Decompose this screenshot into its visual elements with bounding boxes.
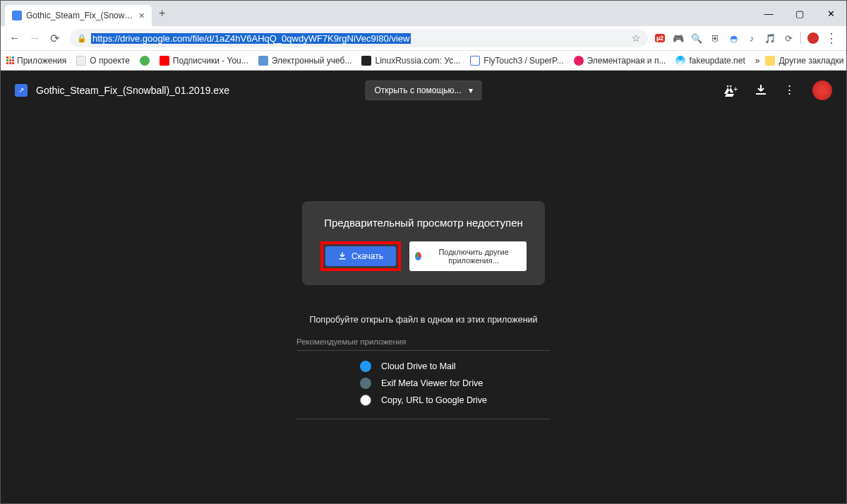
bookmark-favicon — [675, 56, 685, 66]
new-tab-button[interactable]: + — [159, 7, 165, 20]
url-input[interactable]: 🔒 https://drive.google.com/file/d/1aZ4hV… — [70, 29, 648, 47]
shield-icon[interactable]: ⛨ — [709, 32, 721, 44]
window-titlebar: Gothic_Steam_Fix_(Snowball)_01... × + — … — [1, 1, 846, 26]
adblock-icon[interactable]: µ2 — [654, 32, 666, 44]
apps-label: Приложения — [17, 56, 66, 66]
lock-icon: 🔒 — [77, 34, 87, 43]
apps-grid-icon — [6, 56, 14, 64]
download-icon[interactable] — [755, 85, 767, 96]
open-with-button[interactable]: Открыть с помощью... ▾ — [365, 80, 481, 100]
try-open-text: Попробуйте открыть файл в одном из этих … — [309, 315, 537, 325]
extension-icons: µ2 🎮 🔍 ⛨ ◓ ♪ 🎵 ⟳ ⋮ — [654, 32, 842, 44]
download-button[interactable]: Скачать — [325, 246, 396, 266]
svg-text:+: + — [733, 85, 738, 92]
music-icon[interactable]: ♪ — [745, 32, 758, 44]
tab-title: Gothic_Steam_Fix_(Snowball)_01... — [26, 11, 135, 20]
bookmark-star-icon[interactable]: ☆ — [632, 32, 641, 44]
search-ext-icon[interactable]: 🔍 — [690, 32, 703, 44]
bookmark-favicon — [76, 56, 86, 66]
center-area: Предварительный просмотр недоступен Скач… — [1, 109, 846, 419]
bookmark-item[interactable] — [140, 56, 150, 66]
cloud-icon[interactable]: ◓ — [727, 32, 740, 44]
other-bookmarks[interactable]: Другие закладки — [765, 56, 843, 66]
tab-close-icon[interactable]: × — [139, 10, 145, 21]
recommended-app[interactable]: Exif Meta Viewer for Drive — [296, 375, 551, 392]
app-icon — [360, 395, 371, 406]
add-to-drive-icon[interactable]: + — [724, 84, 738, 97]
bookmark-favicon — [574, 56, 584, 66]
back-button[interactable]: ← — [5, 28, 25, 48]
bookmarks-bar: Приложения О проекте Подписчики - You...… — [1, 51, 846, 71]
youtube-icon — [160, 56, 169, 66]
minimize-button[interactable]: — — [753, 1, 784, 26]
gamepad-icon[interactable]: 🎮 — [672, 32, 685, 44]
linux-icon — [361, 56, 371, 66]
bookmark-item[interactable]: О проекте — [76, 56, 130, 66]
browser-tab[interactable]: Gothic_Steam_Fix_(Snowball)_01... × — [5, 5, 152, 26]
forward-button[interactable]: → — [25, 28, 44, 48]
profile-avatar[interactable] — [812, 80, 832, 100]
url-text: https://drive.google.com/file/d/1aZ4hV6A… — [91, 33, 411, 44]
wifi-icon[interactable]: ⟳ — [782, 32, 795, 44]
file-type-icon — [15, 84, 28, 97]
bookmarks-overflow-icon[interactable]: » — [755, 56, 760, 66]
drive-viewer: Gothic_Steam_Fix_(Snowball)_01.2019.exe … — [1, 71, 846, 503]
chrome-icon — [415, 252, 421, 260]
tab-favicon — [12, 11, 22, 20]
profile-icon[interactable] — [807, 32, 819, 44]
download-icon — [338, 252, 347, 260]
bookmark-item[interactable]: LinuxRussia.com: Ус... — [361, 56, 460, 66]
file-name: Gothic_Steam_Fix_(Snowball)_01.2019.exe — [36, 85, 229, 96]
recommended-app[interactable]: Cloud Drive to Mail — [296, 358, 551, 375]
maximize-button[interactable]: ▢ — [784, 1, 815, 26]
preview-unavailable-box: Предварительный просмотр недоступен Скач… — [302, 201, 545, 285]
caret-down-icon: ▾ — [469, 85, 473, 95]
note-icon[interactable]: 🎵 — [764, 32, 776, 44]
drive-header: Gothic_Steam_Fix_(Snowball)_01.2019.exe … — [1, 71, 846, 109]
app-icon — [360, 361, 371, 372]
connect-apps-button[interactable]: Подключить другие приложения... — [409, 241, 527, 271]
bookmark-item[interactable]: Электронный учеб... — [258, 56, 352, 66]
more-menu-icon[interactable]: ⋮ — [783, 83, 795, 97]
bookmark-favicon — [140, 56, 150, 66]
preview-unavailable-text: Предварительный просмотр недоступен — [324, 217, 523, 229]
browser-menu-divider — [800, 32, 801, 44]
bookmark-item[interactable]: fakeupdate.net — [675, 56, 745, 66]
divider — [296, 419, 551, 419]
recommended-section: Рекомендуемые приложения Cloud Drive to … — [296, 337, 551, 419]
recommended-app[interactable]: Copy, URL to Google Drive — [296, 392, 551, 409]
reload-button[interactable]: ⟳ — [44, 28, 64, 48]
recommended-title: Рекомендуемые приложения — [296, 337, 551, 351]
app-icon — [360, 378, 371, 389]
close-button[interactable]: ✕ — [815, 1, 846, 26]
url-bar-row: ← → ⟳ 🔒 https://drive.google.com/file/d/… — [1, 26, 846, 51]
highlight-box: Скачать — [320, 241, 401, 271]
window-controls: — ▢ ✕ — [753, 1, 846, 26]
bookmark-favicon — [258, 56, 268, 66]
bookmark-item[interactable]: Элементарная и п... — [574, 56, 666, 66]
drive-actions: + ⋮ — [724, 80, 832, 100]
folder-icon — [765, 56, 775, 66]
browser-menu-icon[interactable]: ⋮ — [825, 32, 838, 44]
apps-button[interactable]: Приложения — [6, 56, 66, 66]
bookmark-item[interactable]: FlyTouch3 / SuperP... — [470, 56, 563, 66]
bookmark-favicon — [470, 56, 480, 66]
bookmark-item[interactable]: Подписчики - You... — [160, 56, 248, 66]
